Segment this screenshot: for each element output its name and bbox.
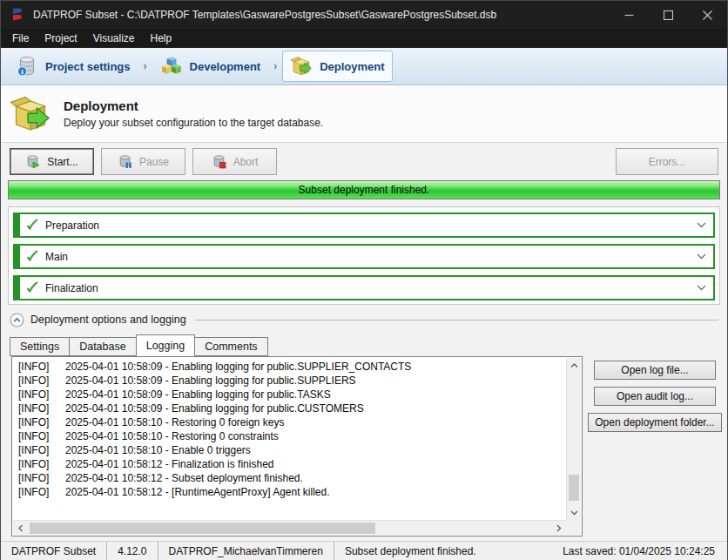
maximize-button[interactable] — [649, 1, 688, 29]
log-line: [INFO]2025-04-01 10:58:09 - Enabling log… — [18, 401, 566, 415]
section-label: Finalization — [45, 282, 697, 294]
pause-button-label: Pause — [139, 156, 169, 168]
section-preparation[interactable]: Preparation — [13, 213, 715, 238]
options-section-header: Deployment options and logging — [10, 310, 718, 329]
scroll-down-icon[interactable] — [567, 505, 582, 520]
tab-database[interactable]: Database — [70, 337, 137, 356]
page-header: Deployment Deploy your subset configurat… — [1, 85, 727, 143]
status-app-name: DATPROF Subset — [1, 542, 107, 560]
status-message: Subset deployment finished. — [334, 542, 487, 560]
log-panel: [INFO]2025-04-01 10:58:09 - Enabling log… — [11, 356, 583, 536]
breadcrumb-deployment[interactable]: Deployment — [282, 51, 392, 82]
scrollbar-corner — [566, 520, 581, 535]
section-finalization[interactable]: Finalization — [13, 275, 715, 300]
section-label: Preparation — [45, 219, 697, 232]
section-main[interactable]: Main — [13, 244, 715, 269]
menu-file[interactable]: File — [4, 30, 37, 47]
breadcrumb-label: Development — [190, 60, 261, 73]
chevron-down-icon — [697, 253, 706, 260]
abort-button[interactable]: Abort — [192, 148, 277, 175]
abort-button-label: Abort — [233, 156, 259, 168]
log-line: [INFO]2025-04-01 10:58:12 - Finalization… — [18, 457, 566, 471]
tab-settings[interactable]: Settings — [10, 337, 70, 356]
collapse-icon[interactable] — [10, 313, 24, 327]
tab-logging[interactable]: Logging — [136, 334, 196, 356]
datprof-logo-icon — [10, 7, 25, 23]
log-line: [INFO]2025-04-01 10:58:09 - Enabling log… — [18, 360, 566, 374]
errors-button[interactable]: Errors... — [616, 148, 718, 175]
breadcrumb-development[interactable]: Development — [152, 51, 269, 82]
abort-icon — [212, 154, 226, 169]
options-section-title: Deployment options and logging — [30, 314, 186, 326]
start-button-label: Start... — [47, 156, 78, 168]
log-line: [INFO]2025-04-01 10:58:09 - Enabling log… — [18, 374, 566, 388]
minimize-button[interactable] — [610, 1, 649, 29]
chevron-down-icon — [697, 285, 706, 291]
status-version: 4.12.0 — [107, 542, 158, 560]
menu-visualize[interactable]: Visualize — [85, 30, 143, 47]
breadcrumb-separator-icon: › — [273, 60, 277, 72]
scroll-right-icon[interactable] — [551, 521, 566, 536]
vertical-scrollbar[interactable] — [566, 358, 581, 520]
log-line: [INFO]2025-04-01 10:58:10 - Restoring 0 … — [18, 429, 566, 443]
log-viewport[interactable]: [INFO]2025-04-01 10:58:09 - Enabling log… — [13, 358, 566, 520]
app-window: DATPROF Subset - C:\DATPROF Templates\Ga… — [0, 0, 728, 560]
log-action-buttons: Open log file... Open audit log... Open … — [583, 356, 727, 536]
start-icon — [25, 154, 40, 169]
status-bar: DATPROF Subset 4.12.0 DATPROF_Michaelvan… — [1, 541, 727, 560]
section-label: Main — [45, 251, 697, 263]
log-line: [INFO]2025-04-01 10:58:09 - Enabling log… — [18, 388, 566, 401]
breadcrumb-label: Project settings — [45, 60, 131, 73]
log-line: [INFO]2025-04-01 10:58:10 - Enable 0 tri… — [18, 443, 566, 457]
vertical-scroll-thumb[interactable] — [569, 475, 579, 501]
breadcrumb-label: Deployment — [320, 60, 384, 73]
box-arrow-icon — [290, 55, 313, 78]
check-icon — [25, 250, 39, 264]
options-tabs: Settings Database Logging Comments — [10, 335, 727, 356]
deployment-toolbar: Start... Pause Abort Errors... — [1, 143, 727, 180]
open-log-file-button[interactable]: Open log file... — [594, 361, 716, 380]
horizontal-scroll-thumb[interactable] — [30, 523, 375, 534]
breadcrumb: Project settings › Development › — [1, 48, 727, 85]
check-icon — [25, 219, 39, 233]
page-subtitle: Deploy your subset configuration to the … — [64, 117, 323, 129]
page-title: Deployment — [64, 98, 323, 113]
horizontal-scroll-track[interactable] — [28, 521, 551, 536]
menu-project[interactable]: Project — [37, 30, 84, 47]
progress-label: Subset deployment finished. — [9, 181, 719, 199]
log-line: [INFO]2025-04-01 10:58:12 - Subset deplo… — [18, 471, 566, 485]
breadcrumb-project-settings[interactable]: Project settings — [8, 51, 138, 82]
database-info-icon — [16, 55, 38, 78]
check-icon — [25, 281, 39, 295]
menu-bar: File Project Visualize Help — [1, 29, 727, 48]
status-user: DATPROF_MichaelvanTimmeren — [158, 542, 334, 560]
status-last-saved: Last saved: 01/04/2025 10:24:25 — [552, 542, 727, 560]
open-audit-log-button[interactable]: Open audit log... — [594, 387, 716, 406]
separator-line — [195, 320, 718, 320]
scroll-up-icon[interactable] — [567, 358, 582, 373]
menu-help[interactable]: Help — [143, 30, 180, 47]
errors-button-label: Errors... — [649, 156, 686, 168]
scroll-left-icon[interactable] — [13, 521, 28, 536]
log-line: [INFO]2025-04-01 10:58:10 - Restoring 0 … — [18, 415, 566, 429]
tab-comments[interactable]: Comments — [195, 337, 267, 356]
start-button[interactable]: Start... — [10, 148, 94, 175]
open-deployment-folder-button[interactable]: Open deployment folder... — [588, 413, 722, 432]
chevron-down-icon — [697, 222, 706, 228]
pause-button[interactable]: Pause — [101, 148, 185, 175]
close-button[interactable] — [688, 1, 727, 29]
deployment-progress-bar: Subset deployment finished. — [8, 180, 720, 199]
deployment-box-icon — [10, 93, 51, 135]
horizontal-scrollbar[interactable] — [13, 520, 566, 535]
breadcrumb-separator-icon: › — [144, 60, 147, 72]
logging-tab-content: [INFO]2025-04-01 10:58:09 - Enabling log… — [1, 356, 727, 536]
cubes-icon — [160, 55, 183, 78]
title-bar: DATPROF Subset - C:\DATPROF Templates\Ga… — [1, 1, 727, 29]
window-title: DATPROF Subset - C:\DATPROF Templates\Ga… — [33, 9, 610, 21]
phase-sections: Preparation Main Finalization — [8, 206, 720, 305]
pause-icon — [118, 154, 132, 169]
log-line: [INFO]2025-04-01 10:58:12 - [RuntimeAgen… — [18, 485, 566, 499]
